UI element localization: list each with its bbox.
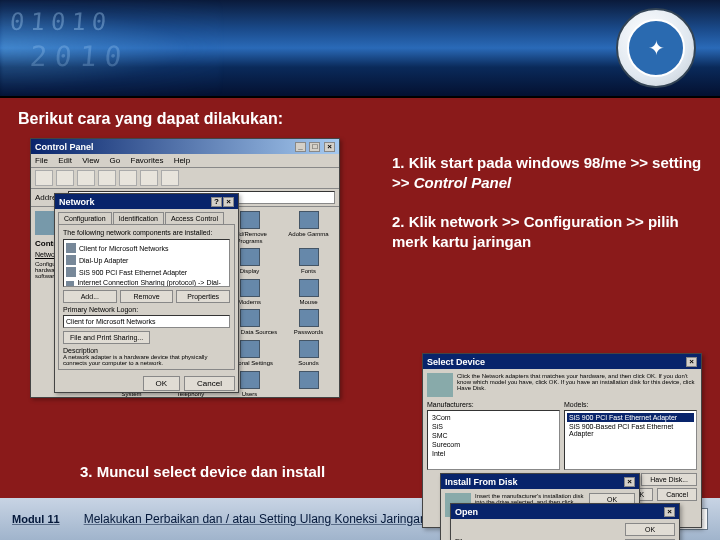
step-1: 1. Klik start pada windows 98/me >> sett… <box>392 153 702 194</box>
steps-list: 1. Klik start pada windows 98/me >> sett… <box>392 153 702 270</box>
idisk-titlebar: Install From Disk × <box>441 474 639 489</box>
open-body: File name: netsetup.inf Folders: OK Canc… <box>451 519 679 540</box>
cp-icon-item[interactable]: Adobe Gamma <box>280 211 337 244</box>
step2-text: Klik network >> Configuration >> pilih m… <box>392 213 679 250</box>
open-titlebar: Open × <box>451 504 679 519</box>
idisk-title: Install From Disk <box>445 477 518 487</box>
sd-mfg-label: Manufacturers: <box>427 401 560 408</box>
net-list-item[interactable]: Client for Microsoft Networks <box>66 242 227 254</box>
tb-copy-icon[interactable] <box>119 170 137 186</box>
net-logon-select[interactable]: Client for Microsoft Networks <box>63 315 230 328</box>
net-help-icon[interactable]: ? <box>211 197 222 207</box>
cp-icon-item[interactable] <box>280 371 337 398</box>
open-title: Open <box>455 507 478 517</box>
net-tabs: Configuration Identification Access Cont… <box>55 209 238 224</box>
sd-mfg-item[interactable]: Intel <box>430 449 557 458</box>
file-print-sharing-button[interactable]: File and Print Sharing... <box>63 331 150 344</box>
sd-model-list[interactable]: SiS 900 PCI Fast Ethernet Adapter SiS 90… <box>564 410 697 470</box>
tb-forward-icon[interactable] <box>56 170 74 186</box>
open-ok-button[interactable]: OK <box>625 523 675 536</box>
sd-model-col: Models: SiS 900 PCI Fast Ethernet Adapte… <box>564 401 697 470</box>
sd-info-text: Click the Network adapters that matches … <box>457 373 697 397</box>
step1-text-b: Control Panel <box>414 174 512 191</box>
tb-paste-icon[interactable] <box>140 170 158 186</box>
net-ok-button[interactable]: OK <box>143 376 181 391</box>
cp-window-controls: _ □ × <box>294 141 335 152</box>
tb-back-icon[interactable] <box>35 170 53 186</box>
cp-icon-item[interactable]: Mouse <box>280 279 337 306</box>
tab-configuration[interactable]: Configuration <box>58 212 112 224</box>
properties-button[interactable]: Properties <box>176 290 230 303</box>
sd-mfg-item[interactable]: 3Com <box>430 413 557 422</box>
cp-titlebar: Control Panel _ □ × <box>31 139 339 154</box>
sd-model-selected[interactable]: SiS 900 PCI Fast Ethernet Adapter <box>567 413 694 422</box>
net-list-item[interactable]: Internet Connection Sharing (protocol) -… <box>66 278 227 287</box>
net-button-row: Add... Remove Properties <box>63 290 230 303</box>
net-titlebar: Network ?× <box>55 194 238 209</box>
menu-edit[interactable]: Edit <box>58 156 72 165</box>
add-button[interactable]: Add... <box>63 290 117 303</box>
footer-title: Melakukan Perbaikan dan / atau Setting U… <box>84 512 427 526</box>
net-components-label: The following network components are ins… <box>63 229 230 236</box>
net-list-item[interactable]: SiS 900 PCI Fast Ethernet Adapter <box>66 266 227 278</box>
footer-module: Modul 11 <box>12 513 60 525</box>
school-logo: ✦ <box>616 8 696 88</box>
sd-mfg-item[interactable]: SiS <box>430 422 557 431</box>
close-icon[interactable]: × <box>324 142 335 152</box>
step2-num: 2. <box>392 213 405 230</box>
cp-icon-item[interactable]: Passwords <box>280 309 337 336</box>
net-body: The following network components are ins… <box>58 224 235 370</box>
menu-view[interactable]: View <box>82 156 99 165</box>
cp-title: Control Panel <box>35 142 94 152</box>
sd-titlebar: Select Device × <box>423 354 701 369</box>
maximize-icon[interactable]: □ <box>309 142 320 152</box>
sd-close-icon[interactable]: × <box>686 357 697 367</box>
step1-num: 1. <box>392 154 405 171</box>
open-dialog: Open × File name: netsetup.inf Folders: … <box>450 503 680 540</box>
net-close-icon[interactable]: × <box>223 197 234 207</box>
idisk-close-icon[interactable]: × <box>624 477 635 487</box>
sd-mfg-list[interactable]: 3ComSiSSMCSurecomIntel <box>427 410 560 470</box>
menu-file[interactable]: File <box>35 156 48 165</box>
sd-lists: Manufacturers: 3ComSiSSMCSurecomIntel Mo… <box>427 401 697 470</box>
tab-identification[interactable]: Identification <box>113 212 164 224</box>
sd-cancel-button[interactable]: Cancel <box>657 488 697 501</box>
intro-text: Berikut cara yang dapat dilakukan: <box>18 110 702 128</box>
slide-body: Berikut cara yang dapat dilakukan: Contr… <box>0 98 720 498</box>
cp-menubar: File Edit View Go Favorites Help <box>31 154 339 168</box>
logo-inner: ✦ <box>627 19 685 77</box>
cp-icon-item[interactable]: Sounds <box>280 340 337 367</box>
tab-access-control[interactable]: Access Control <box>165 212 224 224</box>
sd-title: Select Device <box>427 357 485 367</box>
open-close-icon[interactable]: × <box>664 507 675 517</box>
slide-header: 01010 2010 ✦ <box>0 0 720 98</box>
have-disk-button[interactable]: Have Disk... <box>641 473 697 486</box>
net-desc-label: Description <box>63 347 230 354</box>
net-bottom-buttons: OK Cancel <box>55 373 238 394</box>
step-3: 3. Muncul select device dan install <box>80 463 325 480</box>
net-components-list[interactable]: Client for Microsoft NetworksDial-Up Ada… <box>63 239 230 287</box>
remove-button[interactable]: Remove <box>120 290 174 303</box>
cp-icon-item[interactable]: Fonts <box>280 248 337 275</box>
net-cancel-button[interactable]: Cancel <box>184 376 235 391</box>
sd-model-label: Models: <box>564 401 697 408</box>
menu-help[interactable]: Help <box>174 156 190 165</box>
tb-up-icon[interactable] <box>77 170 95 186</box>
net-logon-label: Primary Network Logon: <box>63 306 230 313</box>
step3-num: 3. <box>80 463 93 480</box>
tb-undo-icon[interactable] <box>161 170 179 186</box>
cp-toolbar <box>31 168 339 189</box>
sd-mfg-item[interactable]: Surecom <box>430 440 557 449</box>
tb-cut-icon[interactable] <box>98 170 116 186</box>
menu-go[interactable]: Go <box>110 156 121 165</box>
adapter-icon <box>427 373 453 397</box>
net-list-item[interactable]: Dial-Up Adapter <box>66 254 227 266</box>
net-title: Network <box>59 197 95 207</box>
sd-mfg-col: Manufacturers: 3ComSiSSMCSurecomIntel <box>427 401 560 470</box>
net-desc-text: A network adapter is a hardware device t… <box>63 354 230 366</box>
minimize-icon[interactable]: _ <box>295 142 306 152</box>
sd-model-item[interactable]: SiS 900-Based PCI Fast Ethernet Adapter <box>567 422 694 438</box>
step3-text: Muncul select device dan install <box>97 463 325 480</box>
sd-mfg-item[interactable]: SMC <box>430 431 557 440</box>
menu-favorites[interactable]: Favorites <box>131 156 164 165</box>
